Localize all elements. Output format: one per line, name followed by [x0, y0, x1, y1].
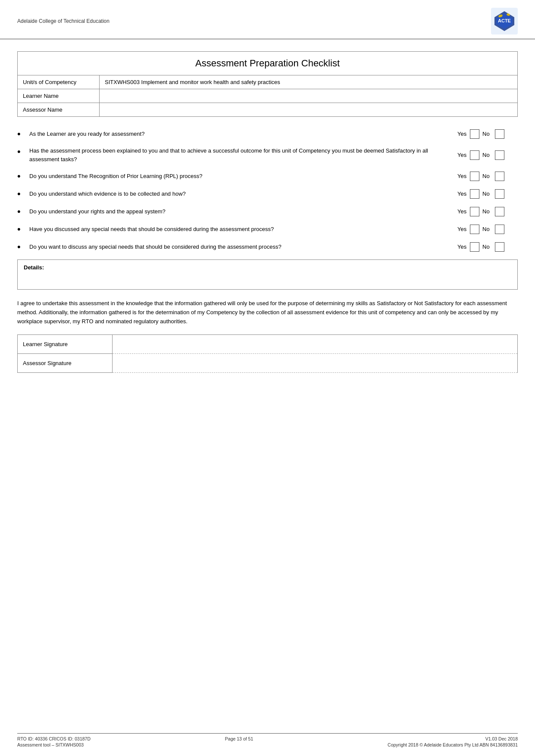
learner-signature-row: Learner Signature [18, 335, 518, 354]
question-text-3: Do you understand The Recognition of Pri… [29, 172, 457, 181]
learner-signature-field[interactable] [113, 335, 518, 354]
no-checkbox-6[interactable] [495, 225, 504, 234]
main-content: Assessment Preparation Checklist Unit/s … [0, 39, 535, 373]
details-box[interactable]: Details: [17, 259, 518, 290]
yes-checkbox-4[interactable] [470, 189, 479, 199]
assessor-name-value[interactable] [100, 103, 518, 117]
question-row-5: • Do you understand your rights and the … [17, 206, 518, 216]
bullet-3: • [17, 171, 29, 181]
checklist-title-row: Assessment Preparation Checklist [18, 52, 518, 75]
yn-group-3: Yes No [457, 172, 518, 181]
page-header: Adelaide College of Technical Education … [0, 0, 535, 39]
bullet-7: • [17, 242, 29, 252]
yes-label-4: Yes [457, 191, 467, 197]
no-checkbox-2[interactable] [495, 150, 504, 160]
learner-name-value[interactable] [100, 89, 518, 103]
footer-assessment-tool: Assessment tool – SITXWHS003 [17, 742, 91, 747]
yes-checkbox-5[interactable] [470, 207, 479, 216]
no-checkbox-4[interactable] [495, 189, 504, 199]
question-row-4: • Do you understand which evidence is to… [17, 189, 518, 199]
yes-checkbox-7[interactable] [470, 242, 479, 252]
yes-label-7: Yes [457, 244, 467, 250]
yes-checkbox-6[interactable] [470, 225, 479, 234]
learner-signature-label: Learner Signature [18, 335, 113, 354]
question-row-6: • Have you discussed any special needs t… [17, 224, 518, 234]
yn-group-2: Yes No [457, 150, 518, 160]
learner-name-row: Learner Name [18, 89, 518, 103]
question-row-3: • Do you understand The Recognition of P… [17, 171, 518, 181]
svg-text:ACTE: ACTE [498, 18, 511, 23]
yes-label-3: Yes [457, 173, 467, 179]
question-text-6: Have you discussed any special needs tha… [29, 225, 457, 234]
logo-icon: ACTE [491, 8, 518, 34]
yn-group-7: Yes No [457, 242, 518, 252]
no-label-4: No [482, 191, 492, 197]
signature-table: Learner Signature Assessor Signature [17, 334, 518, 373]
question-row-7: • Do you want to discuss any special nee… [17, 242, 518, 252]
assessor-signature-row: Assessor Signature [18, 354, 518, 373]
question-row-1: • As the Learner are you ready for asses… [17, 129, 518, 139]
yn-group-1: Yes No [457, 129, 518, 139]
no-label-7: No [482, 244, 492, 250]
footer-copyright: Copyright 2018 © Adelaide Educators Pty … [388, 742, 518, 747]
yn-group-4: Yes No [457, 189, 518, 199]
unit-value: SITXWHS003 Implement and monitor work he… [100, 75, 518, 89]
unit-label: Unit/s of Competency [18, 75, 100, 89]
yes-label-6: Yes [457, 226, 467, 232]
yes-checkbox-3[interactable] [470, 172, 479, 181]
yn-group-6: Yes No [457, 225, 518, 234]
question-row-2: • Has the assessment process been explai… [17, 147, 518, 163]
no-label-6: No [482, 226, 492, 232]
no-checkbox-5[interactable] [495, 207, 504, 216]
yes-label-1: Yes [457, 131, 467, 137]
bullet-2: • [17, 147, 29, 156]
footer-left: RTO ID: 40336 CRICOS ID: 03187D Assessme… [17, 736, 91, 747]
yes-checkbox-2[interactable] [470, 150, 479, 160]
no-label-1: No [482, 131, 492, 137]
bullet-1: • [17, 129, 29, 139]
agreement-text: I agree to undertake this assessment in … [17, 299, 518, 326]
org-name: Adelaide College of Technical Education [17, 18, 110, 24]
assessor-name-row: Assessor Name [18, 103, 518, 117]
bullet-4: • [17, 189, 29, 199]
footer-right: V1.03 Dec 2018 Copyright 2018 © Adelaide… [388, 736, 518, 747]
no-label-2: No [482, 152, 492, 158]
no-checkbox-3[interactable] [495, 172, 504, 181]
assessor-name-label: Assessor Name [18, 103, 100, 117]
no-label-5: No [482, 208, 492, 215]
question-text-1: As the Learner are you ready for assessm… [29, 130, 457, 138]
checklist-table: Assessment Preparation Checklist Unit/s … [17, 51, 518, 117]
question-text-7: Do you want to discuss any special needs… [29, 243, 457, 251]
no-checkbox-7[interactable] [495, 242, 504, 252]
learner-name-label: Learner Name [18, 89, 100, 103]
questions-section: • As the Learner are you ready for asses… [17, 129, 518, 252]
unit-row: Unit/s of Competency SITXWHS003 Implemen… [18, 75, 518, 89]
footer-rto-id: RTO ID: 40336 CRICOS ID: 03187D [17, 736, 91, 741]
footer-version: V1.03 Dec 2018 [388, 736, 518, 741]
question-text-2: Has the assessment process been explaine… [29, 147, 457, 163]
bullet-5: • [17, 206, 29, 216]
no-label-3: No [482, 173, 492, 179]
bullet-6: • [17, 224, 29, 234]
no-checkbox-1[interactable] [495, 129, 504, 139]
question-text-4: Do you understand which evidence is to b… [29, 190, 457, 198]
page-footer: RTO ID: 40336 CRICOS ID: 03187D Assessme… [17, 733, 518, 747]
yes-label-5: Yes [457, 208, 467, 215]
footer-center: Page 13 of 51 [225, 736, 253, 747]
assessor-signature-field[interactable] [113, 354, 518, 373]
yes-checkbox-1[interactable] [470, 129, 479, 139]
details-label: Details: [24, 264, 511, 271]
question-text-5: Do you understand your rights and the ap… [29, 207, 457, 216]
footer-page: Page 13 of 51 [225, 736, 253, 741]
yn-group-5: Yes No [457, 207, 518, 216]
checklist-title: Assessment Preparation Checklist [18, 52, 518, 75]
yes-label-2: Yes [457, 152, 467, 158]
assessor-signature-label: Assessor Signature [18, 354, 113, 373]
